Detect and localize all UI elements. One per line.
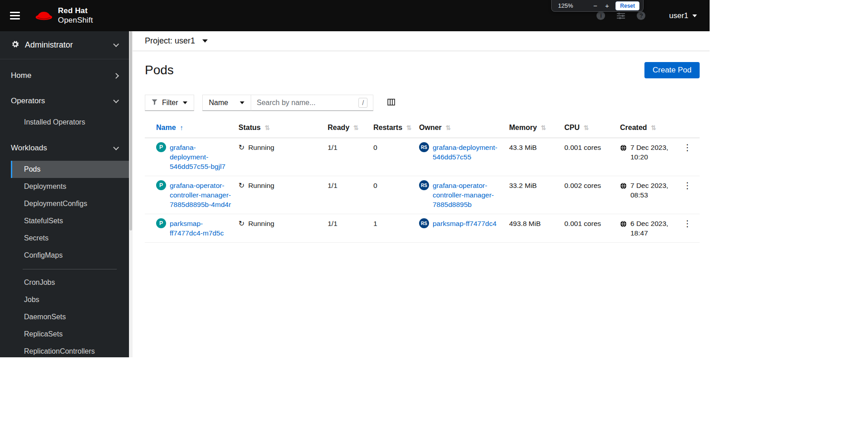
sidebar-item-daemonsets[interactable]: DaemonSets bbox=[11, 308, 129, 326]
pods-table: Name ↑ Status ⇅ Ready ⇅ Restarts ⇅ Owner bbox=[145, 120, 700, 243]
column-header-memory[interactable]: Memory ⇅ bbox=[509, 120, 564, 138]
redhat-openshift-logo[interactable]: Red Hat OpenShift bbox=[34, 6, 93, 24]
pod-name-link[interactable]: grafana-operator-controller-manager-7885… bbox=[170, 181, 234, 209]
nav-label: Pods bbox=[24, 165, 40, 173]
search-type-label: Name bbox=[209, 99, 229, 107]
chevron-down-icon bbox=[113, 41, 119, 47]
project-selector[interactable]: Project: user1 bbox=[133, 31, 710, 51]
nav-label: Operators bbox=[11, 96, 45, 106]
sidebar-item-jobs[interactable]: Jobs bbox=[11, 291, 129, 308]
row-kebab-button[interactable]: ⋮ bbox=[680, 219, 695, 228]
status-text: Running bbox=[248, 219, 274, 238]
running-sync-icon: ↻ bbox=[238, 219, 244, 238]
nav-divider bbox=[23, 269, 117, 269]
pod-name-link[interactable]: grafana-deployment-546dd57c55-bgjl7 bbox=[170, 143, 234, 171]
owner-link[interactable]: grafana-deployment-546dd57c55 bbox=[433, 143, 505, 171]
memory-value: 493.8 MiB bbox=[509, 214, 564, 242]
sidebar-item-operators[interactable]: Operators bbox=[0, 88, 129, 114]
redhat-fedora-icon bbox=[34, 8, 53, 24]
memory-value: 33.2 MiB bbox=[509, 176, 564, 214]
zoom-level: 125% bbox=[558, 2, 573, 9]
status-text: Running bbox=[248, 181, 274, 209]
column-header-restarts[interactable]: Restarts ⇅ bbox=[373, 120, 419, 138]
replicaset-badge: RS bbox=[419, 218, 429, 228]
status-text: Running bbox=[248, 143, 274, 171]
user-menu[interactable]: user1 bbox=[669, 11, 697, 20]
zoom-out-button[interactable]: − bbox=[591, 2, 599, 10]
replicaset-badge: RS bbox=[419, 180, 429, 190]
sidebar-scrollbar[interactable] bbox=[129, 31, 133, 357]
search-type-dropdown[interactable]: Name bbox=[202, 95, 252, 111]
nav-label: Secrets bbox=[24, 234, 48, 242]
column-header-status[interactable]: Status ⇅ bbox=[238, 120, 328, 138]
sidebar-item-deploymentconfigs[interactable]: DeploymentConfigs bbox=[11, 195, 129, 212]
sidebar-item-replicasets[interactable]: ReplicaSets bbox=[11, 326, 129, 343]
create-pod-button[interactable]: Create Pod bbox=[644, 62, 700, 78]
sort-icon: ⇅ bbox=[651, 124, 657, 131]
nav-label: DeploymentConfigs bbox=[24, 200, 87, 208]
filter-toolbar: Filter Name / bbox=[145, 95, 710, 111]
shortcuts-icon[interactable] bbox=[617, 13, 625, 19]
filter-dropdown[interactable]: Filter bbox=[145, 95, 194, 111]
sidebar-item-installed-operators[interactable]: Installed Operators bbox=[11, 114, 129, 131]
chevron-down-icon bbox=[113, 144, 119, 150]
column-header-owner[interactable]: Owner ⇅ bbox=[419, 120, 509, 138]
sidebar-item-pods[interactable]: Pods bbox=[11, 161, 129, 178]
owner-link[interactable]: parksmap-ff7477dc4 bbox=[433, 219, 496, 238]
gear-icon bbox=[11, 40, 19, 51]
browser-zoom-bubble: 125% − + Reset bbox=[551, 0, 644, 12]
chevron-down-icon bbox=[113, 97, 119, 103]
pod-name-link[interactable]: parksmap-ff7477dc4-m7d5c bbox=[170, 219, 234, 238]
table-row: P grafana-operator-controller-manager-78… bbox=[145, 176, 700, 214]
filter-label: Filter bbox=[162, 99, 178, 107]
sidebar-item-replicationcontrollers[interactable]: ReplicationControllers bbox=[11, 343, 129, 357]
perspective-label: Administrator bbox=[25, 40, 73, 50]
column-management-button[interactable] bbox=[387, 99, 395, 107]
scrollbar-thumb[interactable] bbox=[129, 31, 132, 231]
owner-link[interactable]: grafana-operator-controller-manager-7885… bbox=[433, 181, 505, 209]
chevron-down-icon bbox=[240, 101, 244, 104]
nav-label: ReplicaSets bbox=[24, 330, 62, 338]
sidebar-item-home[interactable]: Home bbox=[0, 63, 129, 88]
sidebar-item-cronjobs[interactable]: CronJobs bbox=[11, 274, 129, 291]
zoom-reset-button[interactable]: Reset bbox=[615, 1, 639, 10]
memory-value: 43.3 MiB bbox=[509, 138, 564, 176]
nav-label: Home bbox=[11, 71, 31, 80]
filter-funnel-icon bbox=[152, 99, 157, 107]
sidebar-item-configmaps[interactable]: ConfigMaps bbox=[11, 247, 129, 264]
nav-label: ConfigMaps bbox=[24, 251, 62, 259]
perspective-switcher[interactable]: Administrator bbox=[0, 31, 129, 59]
nav-toggle-button[interactable] bbox=[10, 11, 22, 21]
info-icon[interactable]: i bbox=[596, 11, 605, 20]
sort-icon: ⇅ bbox=[446, 124, 451, 131]
row-kebab-button[interactable]: ⋮ bbox=[680, 181, 695, 190]
brand-line2: OpenShift bbox=[58, 16, 93, 25]
row-kebab-button[interactable]: ⋮ bbox=[680, 143, 695, 152]
chevron-down-icon bbox=[183, 101, 187, 104]
sidebar-item-deployments[interactable]: Deployments bbox=[11, 178, 129, 195]
column-header-created[interactable]: Created ⇅ bbox=[620, 120, 680, 138]
nav-label: Deployments bbox=[24, 182, 66, 191]
cpu-value: 0.001 cores bbox=[564, 138, 620, 176]
name-search-input[interactable] bbox=[257, 99, 358, 107]
chevron-down-icon bbox=[202, 39, 208, 43]
zoom-in-button[interactable]: + bbox=[603, 2, 611, 10]
nav-label: Installed Operators bbox=[24, 118, 85, 126]
restarts-value: 0 bbox=[373, 138, 419, 176]
sort-icon: ⇅ bbox=[541, 124, 546, 131]
sidebar-item-statefulsets[interactable]: StatefulSets bbox=[11, 212, 129, 230]
nav-label: DaemonSets bbox=[24, 313, 66, 321]
sidebar-item-secrets[interactable]: Secrets bbox=[11, 230, 129, 247]
column-header-ready[interactable]: Ready ⇅ bbox=[328, 120, 373, 138]
sort-icon: ⇅ bbox=[406, 124, 412, 131]
columns-icon bbox=[387, 99, 395, 107]
help-icon[interactable]: ? bbox=[637, 11, 645, 20]
sidebar-item-workloads[interactable]: Workloads bbox=[0, 135, 129, 161]
search-box: / bbox=[251, 95, 373, 111]
column-header-name[interactable]: Name ↑ bbox=[145, 120, 238, 138]
sort-icon: ⇅ bbox=[265, 124, 270, 131]
chevron-down-icon bbox=[692, 14, 697, 17]
column-header-cpu[interactable]: CPU ⇅ bbox=[564, 120, 620, 138]
operators-subnav: Installed Operators bbox=[11, 114, 129, 135]
project-label: Project: user1 bbox=[145, 36, 195, 46]
